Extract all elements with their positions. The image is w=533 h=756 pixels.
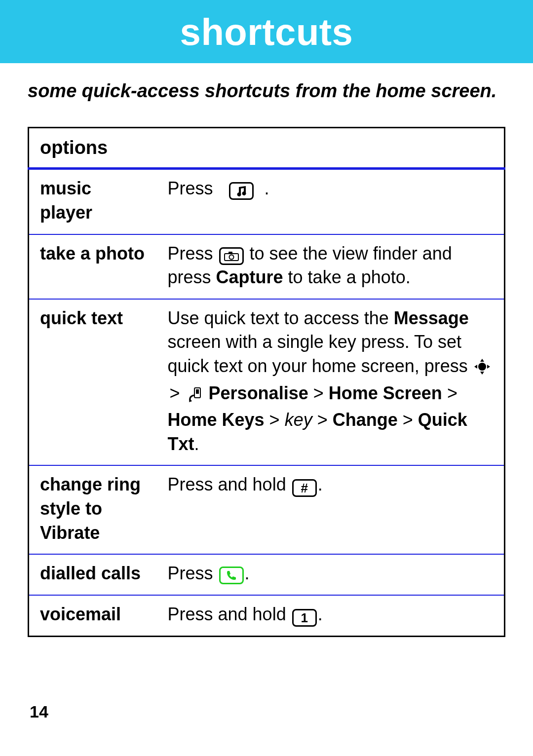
- nav-center-icon: [474, 357, 491, 381]
- camera-key-icon: [219, 247, 244, 265]
- row-desc-voicemail: Press and hold 1.: [157, 595, 505, 637]
- path-homekeys: Home Keys: [168, 410, 265, 430]
- gt: >: [403, 410, 413, 430]
- gt: >: [168, 383, 182, 403]
- capture-label: Capture: [216, 267, 283, 287]
- one-symbol: 1: [301, 611, 307, 624]
- row-desc-quicktext: Use quick text to access the Message scr…: [157, 299, 505, 466]
- table-row: change ring style to Vibrate Press and h…: [29, 465, 505, 554]
- row-label-ring: change ring style to Vibrate: [29, 465, 157, 554]
- press-text: Press: [168, 563, 213, 583]
- lead-text: Use quick text to access the: [168, 308, 394, 328]
- path-personalise: Personalise: [209, 383, 308, 403]
- svg-marker-6: [474, 365, 477, 369]
- press-text: Press and hold: [168, 604, 286, 624]
- intro-text: some quick-access shortcuts from the hom…: [28, 79, 505, 103]
- hash-key-icon: #: [292, 479, 317, 497]
- gt: >: [317, 410, 328, 430]
- table-row: quick text Use quick text to access the …: [29, 299, 505, 466]
- menu-path: Personalise > Home Screen > Home Keys > …: [168, 383, 467, 454]
- music-key-icon: [229, 182, 254, 200]
- row-desc-photo: Press to see the view finder and press C…: [157, 234, 505, 299]
- call-key-icon: [219, 567, 244, 584]
- press-text: Press: [168, 178, 213, 198]
- one-key-icon: 1: [292, 609, 317, 627]
- personalise-icon: [188, 384, 203, 409]
- svg-point-2: [229, 255, 233, 259]
- gt: >: [269, 410, 280, 430]
- path-homescreen: Home Screen: [329, 383, 442, 403]
- page-content: some quick-access shortcuts from the hom…: [0, 63, 533, 637]
- press-text: Press: [168, 243, 213, 264]
- gt: >: [447, 383, 457, 403]
- hash-symbol: #: [301, 482, 307, 494]
- svg-rect-1: [228, 252, 232, 254]
- row-label-music: music player: [29, 169, 157, 234]
- page-banner: shortcuts: [0, 0, 533, 63]
- path-key: key: [285, 410, 312, 430]
- message-label: Message: [394, 308, 469, 328]
- row-desc-ring: Press and hold #.: [157, 465, 505, 554]
- page-title: shortcuts: [180, 10, 353, 53]
- svg-rect-9: [196, 389, 199, 394]
- period: .: [245, 563, 250, 583]
- table-row: voicemail Press and hold 1.: [29, 595, 505, 637]
- path-change: Change: [333, 410, 398, 430]
- table-row: music player Press .: [29, 169, 505, 234]
- row-label-voicemail: voicemail: [29, 595, 157, 637]
- row-label-photo: take a photo: [29, 234, 157, 299]
- page-number: 14: [30, 702, 48, 721]
- row-label-quicktext: quick text: [29, 299, 157, 466]
- table-row: dialled calls Press .: [29, 554, 505, 595]
- row-desc-music: Press .: [157, 169, 505, 234]
- options-table: options music player Press .: [28, 127, 505, 637]
- period: .: [318, 604, 323, 624]
- tail2-text: to take a photo.: [288, 267, 411, 287]
- table-row: take a photo Press to see the view finde…: [29, 234, 505, 299]
- gt: >: [313, 383, 324, 403]
- mid-text: screen with a single key press. To set q…: [168, 332, 473, 376]
- period: .: [194, 434, 199, 454]
- period: .: [265, 178, 269, 198]
- period: .: [318, 474, 323, 494]
- svg-marker-4: [480, 359, 484, 362]
- svg-point-3: [478, 363, 486, 371]
- options-header: options: [29, 128, 505, 169]
- row-desc-dialled: Press .: [157, 554, 505, 595]
- svg-marker-7: [487, 365, 490, 369]
- row-label-dialled: dialled calls: [29, 554, 157, 595]
- svg-marker-5: [480, 372, 484, 375]
- press-text: Press and hold: [168, 474, 286, 494]
